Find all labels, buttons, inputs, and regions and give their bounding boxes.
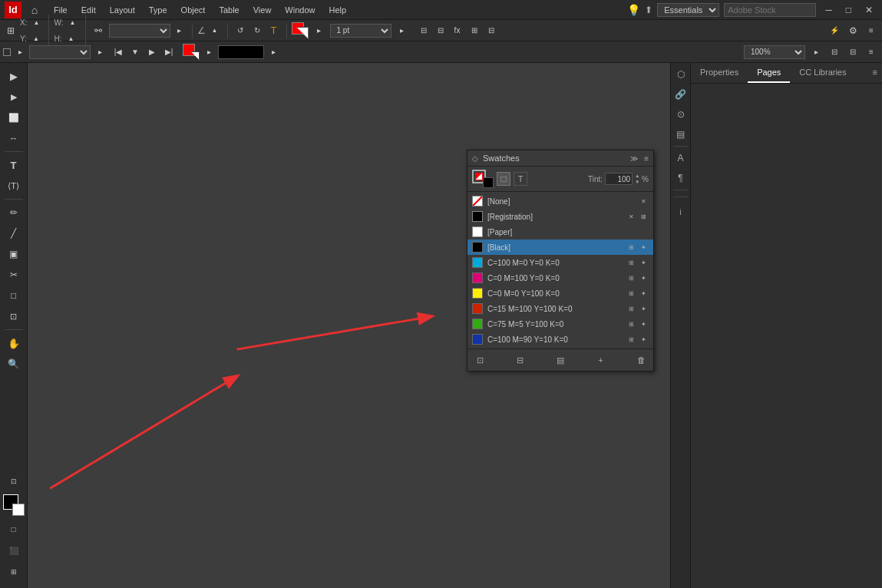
color-mode-toggle[interactable]: ⊡ [3,471,25,491]
panel-menu-icon[interactable]: ≡ [868,63,882,83]
stroke-weight-expand[interactable]: ▸ [395,23,410,38]
rotate-cw[interactable]: ↻ [249,23,265,38]
hand-tool[interactable]: ✋ [3,333,25,353]
swatch-row[interactable]: C=0 M=0 Y=100 K=0⊞✦ [467,286,653,301]
menu-layout[interactable]: Layout [104,4,141,16]
zoom-tool[interactable]: 🔍 [3,354,25,374]
rotate-ccw[interactable]: ↺ [233,23,248,38]
swatch-row[interactable]: C=100 M=90 Y=10 K=0⊞✦ [467,332,653,347]
last-page[interactable]: ▶| [161,45,177,60]
normal-mode[interactable]: □ [3,519,25,539]
bleed-mode[interactable]: ⊞ [3,562,25,582]
tint-up-arrow[interactable]: ▲ [635,173,639,179]
swatches-menu-btn[interactable]: ≡ [644,154,649,163]
menu-help[interactable]: Help [322,4,352,16]
stroke-type-expand[interactable]: ▸ [92,45,107,60]
tint-input[interactable] [605,173,633,185]
link-icon[interactable]: 🔗 [672,86,689,103]
stroke-color-indicator[interactable] [292,22,309,39]
fill-color-indicator[interactable] [183,44,200,61]
preview-mode[interactable]: ⬛ [3,540,25,560]
new-color-group-btn[interactable]: ⊡ [472,352,487,368]
expand-arrow[interactable]: ▸ [172,23,187,38]
fill-mode-btn[interactable]: □ [497,172,510,186]
swatch-row[interactable]: [None]✕ [467,193,653,209]
swatch-icon-x[interactable]: ✕ [626,211,636,222]
swatches-header[interactable]: ◇ Swatches ≫ ≡ [467,150,653,167]
align-top[interactable]: ⊞ [467,23,482,38]
align-right[interactable]: ⊟ [433,23,448,38]
workspace-selector[interactable]: Essentials [657,3,719,17]
swatch-row[interactable]: C=0 M=100 Y=0 K=0⊞✦ [467,270,653,286]
tab-properties[interactable]: Properties [691,63,748,83]
swatch-icon-x[interactable]: ✕ [638,196,649,206]
effects-icon[interactable]: ⊙ [672,106,689,123]
zoom-expand[interactable]: ▸ [808,45,824,60]
angle-up[interactable]: ▲ [207,23,223,38]
gap-tool[interactable]: ↔ [3,128,25,148]
new-tint-btn[interactable]: ⊟ [513,352,528,368]
share-icon[interactable]: ⬆ [645,5,652,15]
menu-icon[interactable]: ≡ [864,23,879,38]
first-page[interactable]: |◀ [111,45,126,60]
tint-arrows[interactable]: ▲ ▼ [635,173,639,185]
select-tool[interactable]: ▶ [3,66,25,86]
fill-expand[interactable]: ▸ [201,45,216,60]
settings-icon[interactable]: ⚙ [845,23,861,38]
swatch-row[interactable]: [Registration]✕⊠ [467,209,653,224]
maximize-button[interactable]: □ [841,5,856,15]
constrain-icon[interactable]: ⚯ [91,23,106,38]
menu2[interactable]: ≡ [864,45,879,60]
swatch-row[interactable]: C=15 M=100 Y=100 K=0⊞✦ [467,301,653,316]
para-styles-icon[interactable]: ¶ [672,170,689,187]
size-preset-select[interactable] [109,24,170,38]
menu-type[interactable]: Type [143,4,173,16]
tab-cc-libraries[interactable]: CC Libraries [790,63,855,83]
rectangle-frame-tool[interactable]: ▣ [3,244,25,264]
line-tool[interactable]: ╱ [3,223,25,243]
stroke-expand[interactable]: ▸ [312,23,327,38]
menu-window[interactable]: Window [279,4,321,16]
info-icon[interactable]: i [672,203,689,220]
align-left[interactable]: ⊟ [416,23,431,38]
scissors-tool[interactable]: ✂ [3,265,25,285]
new-swatch-btn[interactable]: + [593,352,609,368]
menu-object[interactable]: Object [175,4,212,16]
swatch-row[interactable]: [Black]⊞✦ [467,239,653,255]
text-mode-btn[interactable]: T [514,172,527,186]
tab-pages[interactable]: Pages [748,63,790,83]
rectangle-tool[interactable]: □ [3,286,25,306]
menu-view[interactable]: View [247,4,278,16]
w-up-icon[interactable]: ▲ [65,15,81,30]
stroke-type-select[interactable] [29,45,91,59]
zoom-select[interactable]: 100% [744,45,805,59]
lightning-icon[interactable]: ⚡ [827,23,842,38]
align-bottom[interactable]: ⊟ [484,23,499,38]
fx-button[interactable]: fx [450,23,465,38]
next-page[interactable]: ▶ [144,45,160,60]
delete-swatch-btn[interactable]: 🗑 [633,352,649,368]
swatch-fill-stroke-indicator[interactable] [472,170,494,188]
indent2[interactable]: ⊟ [845,45,861,60]
fill-box-expand[interactable]: ▸ [266,45,281,60]
x-up-icon[interactable]: ▲ [28,15,44,30]
adobe-stock-search[interactable] [724,3,816,17]
stroke-weight-select[interactable]: 1 pt [330,24,391,38]
type-path-tool[interactable]: ⟨T⟩ [3,176,25,196]
style-expand[interactable]: ▸ [12,45,28,60]
indent1[interactable]: ⊟ [827,45,842,60]
type-tool[interactable]: T [3,155,25,175]
prev-page[interactable]: ▼ [127,45,143,60]
swatches-expand-btn[interactable]: ≫ [630,154,638,163]
background-color[interactable] [12,504,25,516]
minimize-button[interactable]: ─ [821,5,837,15]
free-transform-tool[interactable]: ⊡ [3,306,25,326]
new-gradient-btn[interactable]: ▤ [553,352,568,368]
pencil-tool[interactable]: ✏ [3,203,25,223]
close-button[interactable]: ✕ [861,5,877,15]
swatch-row[interactable]: C=75 M=5 Y=100 K=0⊞✦ [467,316,653,332]
page-tool[interactable]: ⬜ [3,107,25,127]
tint-down-arrow[interactable]: ▼ [635,179,639,185]
char-styles-icon[interactable]: A [672,150,689,167]
swatch-row[interactable]: C=100 M=0 Y=0 K=0⊞✦ [467,255,653,270]
